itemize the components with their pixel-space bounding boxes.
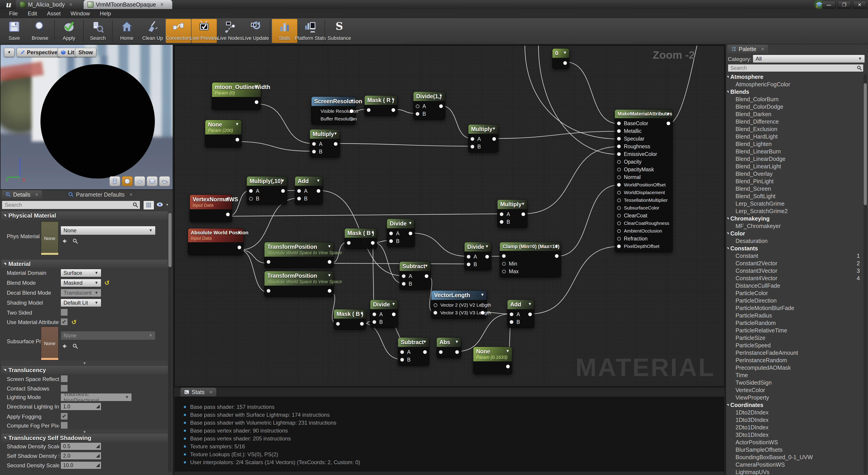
phys-material-dropdown[interactable]: None▼ (61, 226, 156, 235)
substance-button[interactable]: SSubstance (327, 19, 352, 43)
palette-item-perinstancerandom[interactable]: PerInstanceRandom (726, 357, 863, 364)
palette-item-particlerelativetime[interactable]: ParticleRelativeTime (726, 327, 863, 334)
node-none[interactable]: None▼Param (200) (205, 120, 242, 147)
input-pin[interactable] (389, 239, 393, 243)
input-pin[interactable] (617, 176, 621, 179)
node-subtract[interactable]: Subtract▼AB (398, 337, 429, 366)
compute-fog-per-pixel-checkbox[interactable] (61, 422, 68, 429)
section-physical-material[interactable]: Physical Material (1, 212, 168, 220)
palette-item-particlemotionblurfade[interactable]: ParticleMotionBlurFade (726, 305, 863, 312)
tab-details[interactable]: i Details✕ (2, 190, 42, 199)
palette-item-blend_hardlight[interactable]: Blend_HardLight (726, 133, 863, 140)
section-translucency-self-shadowing[interactable]: Translucency Self Shadowing (1, 434, 168, 442)
input-pin[interactable] (617, 152, 621, 156)
node-multiply[interactable]: Multiply▼AB (468, 124, 498, 153)
window-tab-m-alicia-body[interactable]: M_Alicia_body ✕ (16, 0, 84, 9)
output-pin[interactable] (360, 322, 364, 326)
node-transformposition[interactable]: TransformPosition▼Absolute World Space t… (264, 271, 334, 297)
input-pin[interactable] (297, 197, 301, 200)
input-pin[interactable] (617, 137, 621, 140)
palette-item-perinstancefadeamount[interactable]: PerInstanceFadeAmount (726, 349, 863, 357)
shape-plane-button[interactable] (134, 176, 145, 186)
input-pin[interactable] (373, 320, 376, 324)
palette-item-atmosphericfogcolor[interactable]: AtmosphericFogColor (726, 81, 863, 88)
palette-search-input[interactable] (728, 64, 864, 72)
output-pin[interactable] (563, 61, 567, 65)
input-pin[interactable] (471, 145, 474, 149)
node-multiply[interactable]: Multiply▼AB (497, 199, 528, 228)
palette-item-blend_colordodge[interactable]: Blend_ColorDodge (726, 103, 863, 110)
palette-item-blend_difference[interactable]: Blend_Difference (726, 118, 863, 125)
output-pin[interactable] (392, 313, 396, 316)
input-pin[interactable] (617, 229, 621, 233)
output-pin[interactable] (425, 274, 428, 278)
perspective-button[interactable]: Perspective (17, 48, 61, 57)
asset-thumbnail[interactable]: None (41, 326, 59, 360)
node-mask-b-[interactable]: Mask ( B )▼ (334, 309, 366, 330)
two-sided-checkbox[interactable] (61, 309, 68, 316)
close-icon[interactable]: ✕ (761, 46, 765, 52)
node-add[interactable]: Add▼AB (295, 176, 323, 204)
shading-model-dropdown[interactable]: Default Lit▼ (61, 299, 101, 307)
palette-item-particlecolor[interactable]: ParticleColor (726, 289, 863, 297)
output-pin[interactable] (480, 303, 485, 307)
output-pin[interactable] (481, 311, 485, 315)
home-button[interactable]: Home (114, 19, 140, 43)
stats-button[interactable]: Stats (272, 19, 297, 43)
input-pin[interactable] (312, 142, 316, 146)
node-divide[interactable]: Divide▼AB (387, 219, 415, 247)
node-mtoon-outlinewidth[interactable]: mtoon_OutlineWidth▼Param (0) (212, 82, 261, 110)
reset-to-default-icon[interactable]: ↺ (71, 319, 76, 326)
details-scrollbar[interactable] (168, 213, 172, 472)
tab-stats[interactable]: Stats✕ (180, 388, 216, 397)
reset-to-default-icon[interactable]: ↺ (104, 279, 110, 287)
second-density-scale-field[interactable]: 10.0 (61, 462, 101, 469)
output-pin[interactable] (555, 254, 559, 258)
live-nodes-button[interactable]: Live Nodes (217, 19, 243, 43)
input-pin[interactable] (389, 232, 393, 235)
menu-edit[interactable]: Edit (23, 10, 42, 17)
palette-scrollbar[interactable] (864, 74, 867, 474)
input-pin[interactable] (502, 270, 506, 274)
node-clamp-min-0-max-10-[interactable]: Clamp (Min=0) (Max=10)▼MinMax (500, 242, 561, 277)
live-update-button[interactable]: Live Update (243, 19, 268, 43)
palette-item-actorpositionws[interactable]: ActorPositionWS (726, 439, 863, 446)
palette-item-blend_lineardodge[interactable]: Blend_LinearDodge (726, 155, 863, 163)
section-translucency[interactable]: Translucency (1, 366, 168, 374)
input-pin[interactable] (617, 122, 621, 125)
node-absolute-world-position[interactable]: Absolute World Position▼Input Data (188, 228, 244, 255)
input-pin[interactable] (500, 220, 503, 224)
palette-item-time[interactable]: Time (726, 372, 863, 379)
use-selected-asset-icon[interactable] (61, 238, 67, 245)
node-transformposition[interactable]: TransformPosition▼Absolute World Space t… (264, 242, 334, 268)
section-material[interactable]: Material (1, 260, 168, 268)
palette-item-blend_softlight[interactable]: Blend_SoftLight (726, 193, 863, 200)
section-expander[interactable]: ▼ (1, 361, 168, 366)
palette-item-1dto3dindex[interactable]: 1Dto3DIndex (726, 416, 863, 424)
browse-asset-icon[interactable] (72, 343, 78, 350)
palette-item-blend_linearburn[interactable]: Blend_LinearBurn (726, 148, 863, 155)
input-pin[interactable] (510, 320, 513, 324)
output-pin[interactable] (439, 104, 443, 108)
output-pin[interactable] (522, 213, 525, 216)
palette-item-vertexcolor[interactable]: VertexColor (726, 386, 863, 394)
input-pin[interactable] (416, 104, 420, 108)
output-pin[interactable] (334, 142, 338, 146)
close-button[interactable]: ✕ (853, 1, 866, 8)
close-icon[interactable]: ✕ (209, 389, 213, 395)
palette-item-blend_exclusion[interactable]: Blend_Exclusion (726, 125, 863, 133)
input-pin[interactable] (312, 150, 316, 153)
input-pin[interactable] (617, 168, 621, 171)
use-material-attributes-checkbox[interactable]: ✔ (61, 318, 68, 325)
shape-teapot-button[interactable] (159, 176, 170, 186)
apply-fogging-checkbox[interactable]: ✔ (61, 413, 68, 420)
node-abs[interactable]: Abs▼ (436, 337, 461, 358)
palette-item-boundingboxbased_0-1_uvw[interactable]: BoundingBoxBased_0-1_UVW (726, 453, 863, 461)
material-domain-dropdown[interactable]: Surface▼ (61, 269, 101, 277)
viewport-options-button[interactable]: ▼ (4, 48, 14, 57)
browse-asset-icon[interactable] (72, 238, 78, 245)
palette-item-1dto2dindex[interactable]: 1Dto2DIndex (726, 409, 863, 416)
output-pin[interactable] (328, 260, 331, 264)
use-selected-asset-icon[interactable] (61, 343, 67, 350)
output-pin[interactable] (392, 108, 395, 112)
